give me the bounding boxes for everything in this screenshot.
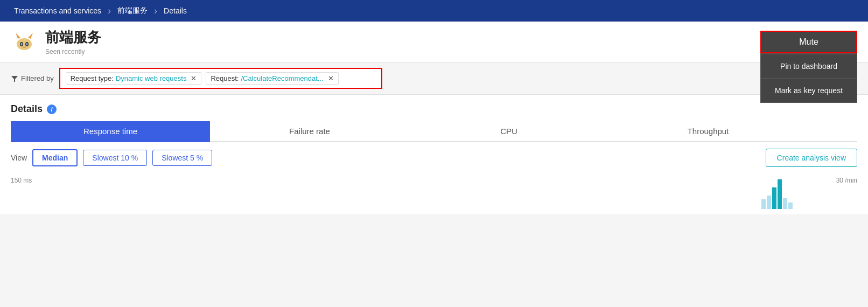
mute-area: Mute Pin to dashboard Mark as key reques… (760, 31, 857, 53)
svg-marker-7 (11, 76, 18, 82)
view-label: View (11, 154, 27, 162)
filter-tag-request-type: Request type: Dynamic web requests ✕ (66, 72, 202, 85)
filter-tag-key-1: Request: (211, 74, 239, 82)
filter-tags-box: Request type: Dynamic web requests ✕ Req… (59, 68, 382, 89)
service-icon (11, 31, 38, 53)
chart-area: 150 ms 30 /min (0, 171, 868, 214)
view-btn-median[interactable]: Median (32, 149, 78, 166)
filter-tag-close-0[interactable]: ✕ (191, 74, 197, 82)
view-left: View Median Slowest 10 % Slowest 5 % (11, 149, 212, 166)
tabs-row: Response time Failure rate CPU Throughpu… (11, 121, 857, 142)
chart-label-left: 150 ms (11, 177, 32, 184)
view-btn-slowest10[interactable]: Slowest 10 % (83, 150, 147, 166)
tab-response-time[interactable]: Response time (11, 121, 210, 141)
info-icon: i (47, 104, 57, 114)
create-analysis-button[interactable]: Create analysis view (766, 149, 857, 167)
breadcrumb-sep-1: › (108, 5, 111, 17)
pin-to-dashboard[interactable]: Pin to dashboard (761, 54, 857, 78)
service-sub: Seen recently (45, 48, 101, 55)
filter-tag-close-1[interactable]: ✕ (328, 74, 334, 82)
bar-6 (788, 203, 793, 209)
dropdown-menu: Pin to dashboard Mark as key request (760, 53, 857, 103)
svg-point-6 (26, 43, 28, 45)
bar-1 (761, 199, 766, 209)
bar-2 (767, 196, 771, 209)
svg-marker-2 (28, 33, 33, 39)
filter-label: Filtered by (11, 74, 54, 82)
breadcrumb-service[interactable]: 前端服务 (112, 6, 153, 16)
svg-point-5 (21, 43, 23, 45)
filter-tag-key-0: Request type: (71, 74, 114, 82)
tab-cpu[interactable]: CPU (409, 121, 608, 141)
filter-icon (11, 75, 18, 82)
filter-tag-val-1: /CalculateRecommendat... (241, 74, 323, 82)
header-section: 前端服务 Seen recently Mute Pin to dashboard… (0, 22, 868, 62)
breadcrumb-transactions[interactable]: Transactions and services (9, 6, 107, 15)
service-name: 前端服务 (45, 28, 101, 47)
details-title: Details i (11, 103, 857, 115)
breadcrumb-sep-2: › (154, 5, 157, 17)
svg-marker-1 (16, 33, 20, 39)
chart-label-right: 30 /min (836, 177, 857, 184)
filter-bar: Filtered by Request type: Dynamic web re… (0, 62, 868, 95)
tab-failure-rate[interactable]: Failure rate (210, 121, 409, 141)
topnav: Transactions and services › 前端服务 › Detai… (0, 0, 868, 22)
service-info: 前端服务 Seen recently (11, 28, 101, 55)
details-section: Details i Response time Failure rate CPU… (0, 95, 868, 171)
breadcrumb-details[interactable]: Details (158, 6, 192, 15)
view-btn-slowest5[interactable]: Slowest 5 % (152, 150, 212, 166)
bar-3 (772, 187, 776, 209)
filter-tag-request: Request: /CalculateRecommendat... ✕ (206, 72, 338, 85)
chart-bars (761, 179, 793, 209)
view-row: View Median Slowest 10 % Slowest 5 % Cre… (11, 142, 857, 171)
svg-point-0 (17, 38, 32, 50)
mark-as-key-request[interactable]: Mark as key request (761, 78, 857, 102)
bar-5 (783, 198, 787, 209)
bar-4 (778, 179, 782, 209)
mute-button[interactable]: Mute (760, 31, 857, 53)
tab-throughput[interactable]: Throughput (608, 121, 808, 141)
filter-tag-val-0: Dynamic web requests (116, 74, 187, 82)
